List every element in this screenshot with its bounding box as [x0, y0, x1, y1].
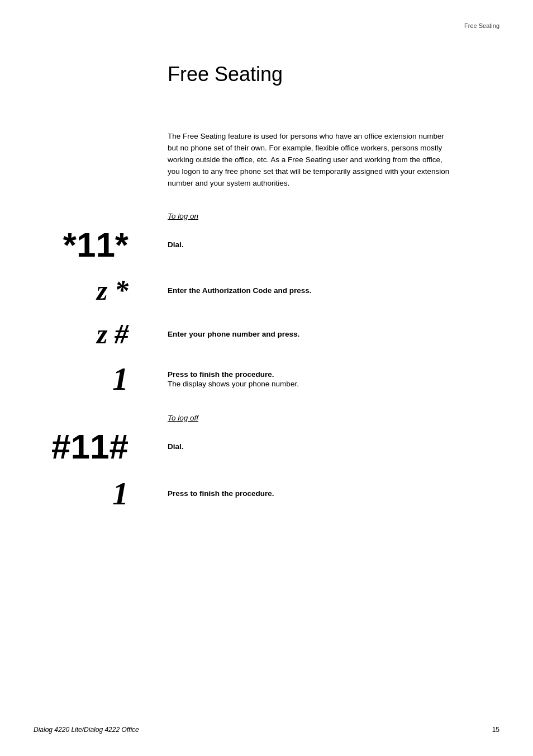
- page-title: Free Seating: [168, 63, 499, 86]
- step-logon-3: z # Enter your phone number and press.: [34, 318, 499, 351]
- log-off-label: To log off: [168, 414, 499, 422]
- instruction-logon-3: Enter your phone number and press.: [168, 330, 299, 338]
- log-on-label: To log on: [168, 212, 499, 220]
- intro-text: The Free Seating feature is used for per…: [168, 131, 455, 190]
- page-container: Free Seating Free Seating The Free Seati…: [0, 0, 533, 756]
- instruction-logoff-1: Dial.: [168, 442, 184, 451]
- symbol-z-hash: z #: [34, 319, 145, 349]
- symbol-hash11hash: #11#: [34, 428, 145, 466]
- step-logon-4: 1 Press to finish the procedure. The dis…: [34, 361, 499, 397]
- step-logon-2: z * Enter the Authorization Code and pre…: [34, 274, 499, 308]
- step-logoff-1: #11# Dial.: [34, 428, 499, 466]
- symbol-1-logon: 1: [34, 361, 145, 397]
- footer: Dialog 4220 Lite/Dialog 4222 Office 15: [34, 726, 499, 734]
- instruction-logoff-2: Press to finish the procedure.: [168, 489, 274, 498]
- log-off-section: To log off #11# Dial. 1 Press to finish …: [34, 414, 499, 512]
- footer-left: Dialog 4220 Lite/Dialog 4222 Office: [34, 726, 139, 734]
- step-logoff-2: 1 Press to finish the procedure.: [34, 476, 499, 512]
- instruction-logon-1: Dial.: [168, 240, 184, 249]
- log-on-section: To log on *11* Dial. z * Enter the Autho…: [34, 212, 499, 397]
- step-logon-1: *11* Dial.: [34, 226, 499, 264]
- symbol-star11star: *11*: [34, 226, 145, 264]
- header-label: Free Seating: [34, 22, 499, 29]
- instruction-logon-2: Enter the Authorization Code and press.: [168, 286, 312, 295]
- instruction-logon-4: Press to finish the procedure. The displ…: [168, 370, 299, 388]
- footer-page-number: 15: [492, 726, 499, 734]
- symbol-1-logoff: 1: [34, 476, 145, 512]
- symbol-z-star: z *: [34, 275, 145, 306]
